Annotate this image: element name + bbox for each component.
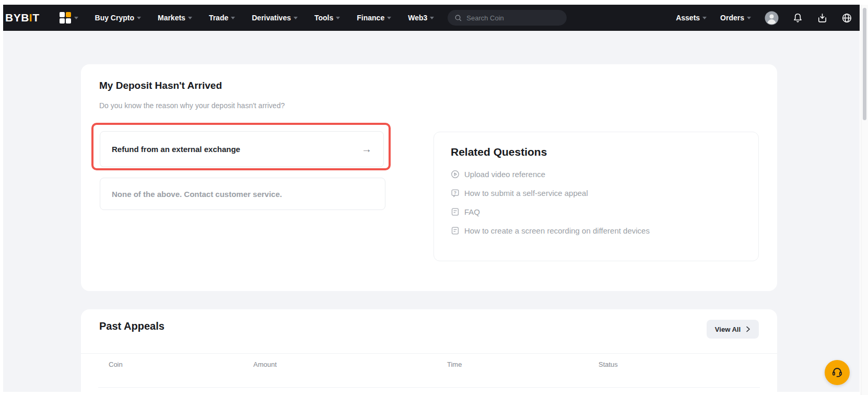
deposit-help-card: My Deposit Hasn't Arrived Do you know th…: [81, 64, 777, 291]
headset-icon: [831, 366, 843, 379]
column-header-status: Status: [599, 361, 618, 368]
coin-search-box[interactable]: [448, 10, 567, 26]
nav-item-orders[interactable]: Orders: [720, 14, 751, 22]
vertical-scrollbar[interactable]: [861, 5, 868, 395]
nav-item-tools[interactable]: Tools: [314, 14, 340, 22]
column-header-coin: Coin: [109, 361, 123, 368]
page-subtitle: Do you know the reason why your deposit …: [99, 101, 285, 110]
language-button[interactable]: [841, 13, 852, 24]
chevron-down-icon: [231, 17, 235, 19]
chevron-down-icon: [387, 17, 391, 19]
table-header-divider: [98, 387, 760, 388]
option-contact-customer-service[interactable]: None of the above. Contact customer serv…: [100, 178, 385, 210]
search-icon: [454, 14, 462, 22]
option-label: None of the above. Contact customer serv…: [112, 190, 282, 199]
nav-item-derivatives[interactable]: Derivatives: [252, 14, 298, 22]
search-input[interactable]: [466, 14, 550, 22]
top-nav: BYBIT Buy Crypto Markets Trade Derivativ…: [3, 5, 860, 31]
chevron-down-icon: [747, 17, 751, 19]
document-icon: [451, 226, 460, 235]
view-all-button[interactable]: View All: [707, 320, 759, 339]
past-appeals-title: Past Appeals: [99, 320, 165, 332]
nav-item-markets[interactable]: Markets: [158, 14, 192, 22]
bell-icon: [792, 13, 803, 24]
divider: [81, 353, 777, 354]
globe-icon: [841, 13, 852, 24]
chevron-right-icon: [745, 326, 750, 332]
related-question-upload-video[interactable]: Upload video reference: [451, 170, 742, 179]
download-app-button[interactable]: [817, 13, 828, 24]
nav-item-web3[interactable]: Web3: [408, 14, 434, 22]
column-header-amount: Amount: [253, 361, 277, 368]
nav-right-group: Assets Orders: [676, 11, 852, 25]
nav-item-trade[interactable]: Trade: [209, 14, 235, 22]
question-bubble-icon: ?: [451, 189, 460, 197]
document-icon: [451, 207, 460, 216]
avatar-icon: [765, 11, 779, 25]
chevron-down-icon: [294, 17, 298, 19]
related-question-screen-recording[interactable]: How to create a screen recording on diff…: [451, 226, 742, 235]
chevron-down-icon: [137, 17, 141, 19]
option-label: Refund from an external exchange: [112, 145, 240, 154]
nav-item-finance[interactable]: Finance: [357, 14, 391, 22]
scrollbar-thumb[interactable]: [863, 8, 866, 120]
customer-support-chat-button[interactable]: [825, 360, 850, 385]
related-question-self-service-appeal[interactable]: ? How to submit a self-service appeal: [451, 189, 742, 197]
past-appeals-card: Past Appeals View All Coin Amount Time S…: [81, 309, 777, 392]
chevron-down-icon: [430, 17, 434, 19]
page-title: My Deposit Hasn't Arrived: [99, 80, 222, 91]
account-avatar[interactable]: [765, 11, 779, 25]
logo-text-suffix: T: [32, 11, 39, 24]
notifications-button[interactable]: [792, 13, 803, 24]
apps-grid-icon: [60, 12, 71, 24]
related-questions-panel: Related Questions Upload video reference…: [433, 132, 759, 261]
related-question-faq[interactable]: FAQ: [451, 207, 742, 216]
arrow-right-icon: →: [361, 143, 372, 155]
download-icon: [817, 13, 828, 24]
bybit-help-page: BYBIT Buy Crypto Markets Trade Derivativ…: [0, 0, 868, 395]
chevron-down-icon: [188, 17, 192, 19]
logo-text: BYB: [5, 11, 29, 24]
option-refund-external-exchange[interactable]: Refund from an external exchange →: [100, 131, 384, 167]
column-header-time: Time: [447, 361, 462, 368]
chevron-down-icon: [74, 17, 78, 19]
page-background: My Deposit Hasn't Arrived Do you know th…: [3, 31, 860, 392]
play-circle-icon: [451, 170, 460, 179]
nav-item-assets[interactable]: Assets: [676, 14, 707, 22]
svg-text:?: ?: [454, 190, 456, 195]
apps-menu-button[interactable]: [60, 12, 78, 24]
chevron-down-icon: [702, 17, 707, 19]
bybit-logo[interactable]: BYBIT: [5, 11, 40, 24]
related-questions-title: Related Questions: [451, 146, 742, 158]
nav-item-buy-crypto[interactable]: Buy Crypto: [95, 14, 141, 22]
chevron-down-icon: [336, 17, 340, 19]
